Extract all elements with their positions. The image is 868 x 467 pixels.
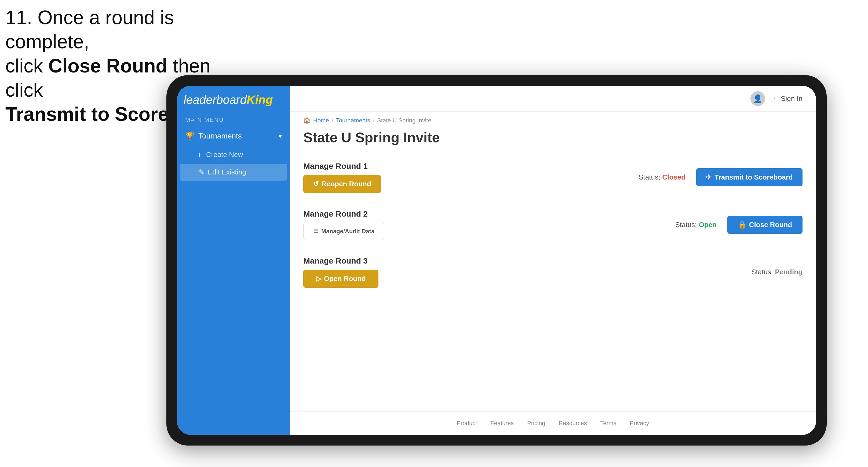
round-1-status-value: Closed <box>662 173 685 181</box>
round-1-right: Status: Closed ✈ Transmit to Scoreboard <box>639 168 803 186</box>
user-icon: 👤 <box>753 94 763 103</box>
close-round-button[interactable]: 🔒 Close Round <box>727 216 803 234</box>
footer-link-features[interactable]: Features <box>490 420 514 427</box>
instruction-line2-prefix: click <box>5 55 48 76</box>
reopen-round-label: Reopen Round <box>321 180 371 188</box>
footer: Product Features Pricing Resources Terms… <box>290 411 816 435</box>
tournaments-left: 🏆 Tournaments <box>185 131 242 141</box>
instruction-line1: 11. Once a round is complete, <box>5 7 174 52</box>
send-icon: ✈ <box>706 173 712 181</box>
round-2-left: Manage Round 2 ☰ Manage/Audit Data <box>303 209 384 240</box>
breadcrumb: 🏠 Home / Tournaments / State U Spring In… <box>290 112 816 127</box>
main-content: 👤 → Sign In 🏠 Home / Tournaments / State… <box>290 86 816 435</box>
round-2-status-value: Open <box>699 221 717 229</box>
round-2-right: Status: Open 🔒 Close Round <box>675 216 803 234</box>
main-menu-label: MAIN MENU <box>177 111 290 126</box>
round-row-1: Manage Round 1 ↺ Reopen Round Status: Cl… <box>303 154 803 201</box>
chevron-down-icon: ▾ <box>279 132 282 140</box>
manage-audit-button[interactable]: ☰ Manage/Audit Data <box>303 223 384 240</box>
round-1-status: Status: Closed <box>639 173 685 181</box>
tablet-frame: leaderboardKing MAIN MENU 🏆 Tournaments … <box>166 75 827 445</box>
breadcrumb-tournaments[interactable]: Tournaments <box>336 117 370 124</box>
trophy-icon: 🏆 <box>185 131 194 141</box>
round-1-title: Manage Round 1 <box>303 162 381 171</box>
breadcrumb-current: State U Spring Invite <box>377 117 431 124</box>
sidebar-item-edit-existing[interactable]: ✎ Edit Existing <box>180 164 287 181</box>
home-icon: 🏠 <box>303 117 311 124</box>
edit-existing-label: Edit Existing <box>208 168 246 176</box>
refresh-icon: ↺ <box>313 180 319 188</box>
signin-arrow-icon: → <box>770 94 776 103</box>
close-round-label: Close Round <box>749 221 792 229</box>
round-1-left: Manage Round 1 ↺ Reopen Round <box>303 162 381 193</box>
footer-link-product[interactable]: Product <box>457 420 477 427</box>
plus-icon: ＋ <box>196 150 203 159</box>
open-icon: ▷ <box>316 275 321 283</box>
edit-icon: ✎ <box>198 168 205 176</box>
open-round-label: Open Round <box>324 275 366 283</box>
open-round-button[interactable]: ▷ Open Round <box>303 270 378 288</box>
round-3-right: Status: Pending <box>751 268 803 276</box>
transmit-scoreboard-label: Transmit to Scoreboard <box>714 173 793 181</box>
footer-link-terms[interactable]: Terms <box>600 420 617 427</box>
footer-link-privacy[interactable]: Privacy <box>630 420 649 427</box>
footer-link-pricing[interactable]: Pricing <box>527 420 545 427</box>
logo-area: leaderboardKing <box>177 86 290 111</box>
round-3-status: Status: Pending <box>751 268 803 276</box>
round-row-2: Manage Round 2 ☰ Manage/Audit Data Statu… <box>303 201 803 248</box>
page-title: State U Spring Invite <box>290 127 816 154</box>
audit-icon: ☰ <box>313 228 318 235</box>
sign-in-area[interactable]: 👤 → Sign In <box>750 91 803 106</box>
round-3-left: Manage Round 3 ▷ Open Round <box>303 256 378 288</box>
tablet-screen: leaderboardKing MAIN MENU 🏆 Tournaments … <box>177 86 816 435</box>
round-3-status-value: Pending <box>775 268 803 276</box>
sidebar-item-tournaments[interactable]: 🏆 Tournaments ▾ <box>177 126 290 146</box>
rounds-container: Manage Round 1 ↺ Reopen Round Status: Cl… <box>290 154 816 411</box>
avatar: 👤 <box>750 91 765 106</box>
instruction-close-round: Close Round <box>48 55 167 76</box>
round-3-title: Manage Round 3 <box>303 256 378 266</box>
logo-leaderboard: leaderboard <box>184 93 247 106</box>
logo: leaderboardKing <box>184 94 283 106</box>
create-new-label: Create New <box>206 151 243 159</box>
reopen-round-button[interactable]: ↺ Reopen Round <box>303 175 381 193</box>
lock-icon: 🔒 <box>738 221 746 229</box>
top-bar: 👤 → Sign In <box>290 86 816 112</box>
breadcrumb-home[interactable]: Home <box>313 117 329 124</box>
round-row-3: Manage Round 3 ▷ Open Round Status: Pend… <box>303 248 803 296</box>
sign-in-label[interactable]: Sign In <box>781 94 803 103</box>
footer-link-resources[interactable]: Resources <box>559 420 587 427</box>
round-2-title: Manage Round 2 <box>303 209 384 218</box>
sidebar: leaderboardKing MAIN MENU 🏆 Tournaments … <box>177 86 290 435</box>
transmit-to-scoreboard-button[interactable]: ✈ Transmit to Scoreboard <box>696 168 803 186</box>
manage-audit-label: Manage/Audit Data <box>321 228 374 235</box>
breadcrumb-sep-1: / <box>332 117 333 124</box>
sidebar-item-create-new[interactable]: ＋ Create New <box>177 146 290 164</box>
sidebar-tournaments-label: Tournaments <box>198 132 242 141</box>
round-2-status: Status: Open <box>675 221 717 229</box>
logo-king: King <box>247 93 273 106</box>
breadcrumb-sep-2: / <box>373 117 374 124</box>
